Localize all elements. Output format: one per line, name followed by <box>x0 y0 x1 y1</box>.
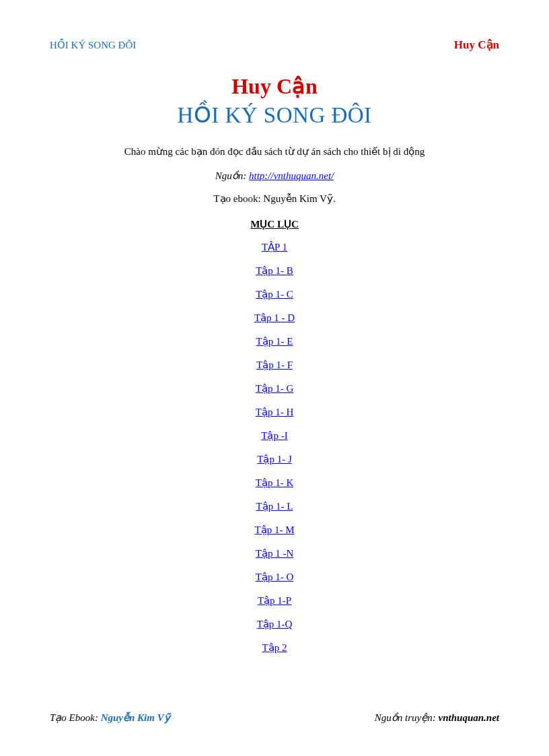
title-main: HỒI KÝ SONG ĐÔI <box>50 102 499 128</box>
toc-link[interactable]: Tập 1-Q <box>257 619 293 629</box>
toc-item: Tập 1-Q <box>50 618 499 630</box>
toc-link[interactable]: Tập 1- K <box>256 477 294 488</box>
toc-link[interactable]: Tập 1- J <box>257 454 292 465</box>
toc-heading: MỤC LỤC <box>50 218 499 230</box>
toc-link[interactable]: Tập 1-P <box>258 595 291 606</box>
toc-item: Tập 1- G <box>50 382 499 394</box>
toc-link[interactable]: TẬP 1 <box>262 242 287 252</box>
page-footer: Tạo Ebook: Nguyễn Kim Vỹ Nguồn truyện: v… <box>50 712 499 724</box>
source-link[interactable]: http://vnthuquan.net/ <box>249 170 334 181</box>
toc-link[interactable]: Tập -I <box>261 430 287 441</box>
toc-item: Tập 1- E <box>50 335 499 347</box>
toc-item: Tập 1 -N <box>50 547 499 559</box>
intro-text: Chào mừng các bạn đón đọc đầu sách từ dự… <box>50 145 499 158</box>
toc-link[interactable]: Tập 1- F <box>256 359 293 370</box>
toc-item: Tập 1- B <box>50 265 499 277</box>
toc-item: Tập 1- J <box>50 453 499 465</box>
header-author-right: Huy Cận <box>454 38 499 52</box>
toc-list: TẬP 1 Tập 1- B Tập 1- C Tập 1 - D Tập 1-… <box>50 241 499 654</box>
toc-item: Tập -I <box>50 429 499 442</box>
toc-item: Tập 2 <box>50 642 499 654</box>
footer-left-label: Tạo Ebook: <box>50 712 101 723</box>
footer-right-label: Nguồn truyện: <box>375 712 439 723</box>
toc-link[interactable]: Tập 1- B <box>256 265 293 276</box>
footer-left-name: Nguyễn Kim Vỹ <box>101 712 170 723</box>
toc-item: TẬP 1 <box>50 241 499 253</box>
footer-left: Tạo Ebook: Nguyễn Kim Vỹ <box>50 712 170 724</box>
footer-right-site: vnthuquan.net <box>439 712 499 723</box>
footer-right: Nguồn truyện: vnthuquan.net <box>375 712 499 724</box>
toc-item: Tập 1- L <box>50 500 499 512</box>
title-author: Huy Cận <box>50 73 499 99</box>
page-header: HỒI KÝ SONG ĐÔI Huy Cận <box>50 38 499 52</box>
toc-item: Tập 1 - D <box>50 312 499 324</box>
toc-link[interactable]: Tập 1- H <box>256 407 294 417</box>
source-label: Nguồn: <box>215 170 249 181</box>
toc-item: Tập 1- K <box>50 477 499 489</box>
toc-item: Tập 1- H <box>50 406 499 418</box>
toc-item: Tập 1- F <box>50 359 499 371</box>
toc-link[interactable]: Tập 1 - D <box>254 312 295 323</box>
toc-item: Tập 1- O <box>50 571 499 583</box>
ebook-creator: Tạo ebook: Nguyễn Kim Vỹ. <box>50 193 499 205</box>
toc-link[interactable]: Tập 1- O <box>256 572 294 582</box>
toc-link[interactable]: Tập 1 -N <box>256 548 294 559</box>
toc-link[interactable]: Tập 2 <box>262 642 287 653</box>
header-title-left: HỒI KÝ SONG ĐÔI <box>50 39 136 51</box>
toc-link[interactable]: Tập 1- E <box>256 336 293 347</box>
toc-link[interactable]: Tập 1- M <box>255 524 295 535</box>
toc-link[interactable]: Tập 1- G <box>256 383 294 394</box>
toc-item: Tập 1-P <box>50 594 499 607</box>
toc-item: Tập 1- M <box>50 524 499 536</box>
toc-item: Tập 1- C <box>50 288 499 300</box>
toc-link[interactable]: Tập 1- C <box>256 289 293 300</box>
source-line: Nguồn: http://vnthuquan.net/ <box>50 170 499 182</box>
toc-link[interactable]: Tập 1- L <box>256 501 293 512</box>
